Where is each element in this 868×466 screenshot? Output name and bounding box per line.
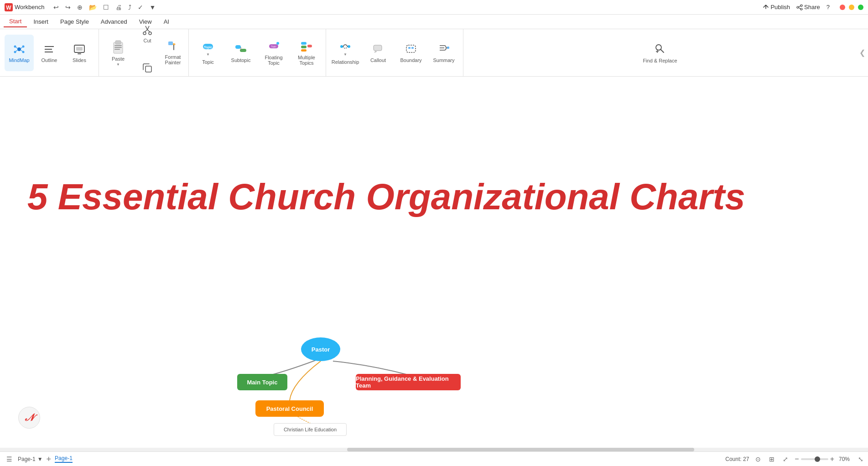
menu-insert[interactable]: Insert [28, 16, 54, 27]
copy-icon [142, 62, 153, 73]
zoom-out-btn[interactable]: − [795, 455, 799, 463]
publish-button[interactable]: Publish [763, 4, 790, 10]
undo-btn[interactable]: ↩ [51, 2, 61, 12]
svg-rect-45 [301, 46, 307, 48]
christian-life-node[interactable]: Christian Life Education [274, 423, 347, 436]
export-btn[interactable]: ⤴ [126, 2, 134, 12]
menu-start[interactable]: Start [4, 16, 27, 27]
print-btn[interactable]: 🖨 [113, 2, 124, 12]
svg-point-9 [14, 51, 16, 53]
svg-line-6 [799, 8, 800, 9]
boundary-btn[interactable]: Boundary [395, 34, 427, 72]
fullscreen-btn[interactable]: ⤢ [781, 455, 790, 464]
new-btn[interactable]: ⊕ [75, 2, 85, 12]
slides-view-btn[interactable]: Slides [65, 35, 94, 71]
check-btn[interactable]: ✓ [135, 2, 146, 12]
main-topic-node[interactable]: Main Topic [237, 374, 287, 390]
close-window-btn[interactable] [840, 5, 845, 10]
callout-btn[interactable]: Callout [362, 34, 395, 72]
fit-page-btn[interactable]: ⊙ [754, 455, 763, 464]
app-logo: W Workbench [5, 3, 45, 11]
zoom-slider[interactable] [801, 458, 828, 460]
checkbox-btn[interactable]: ☐ [101, 2, 111, 12]
window-controls [840, 5, 863, 10]
svg-line-14 [21, 47, 22, 48]
svg-rect-21 [78, 53, 81, 54]
svg-point-28 [149, 32, 151, 35]
svg-rect-53 [411, 47, 414, 49]
app-icon: W [5, 3, 13, 11]
zoom-controls: − + [795, 455, 834, 463]
help-button[interactable]: ? [826, 4, 830, 10]
more-btn[interactable]: ▼ [147, 2, 158, 12]
count-label: Count: 27 [725, 456, 749, 462]
active-page-tab[interactable]: Page-1 [55, 455, 73, 463]
format-painter-btn[interactable]: Format Painter [160, 34, 186, 72]
slides-icon [73, 43, 86, 56]
collapse-panel-btn[interactable]: ❮ [857, 29, 868, 76]
svg-point-2 [800, 5, 802, 6]
page-1-dropdown[interactable]: Page-1 ▼ [18, 456, 43, 462]
subtopic-icon [235, 43, 247, 55]
svg-point-8 [14, 45, 16, 47]
relationship-icon [339, 41, 351, 52]
expand-btn[interactable]: ⤡ [858, 456, 863, 463]
multiple-topics-btn[interactable]: Multiple Topics [290, 34, 323, 72]
grid-view-btn[interactable]: ⊞ [767, 455, 776, 464]
collapse-icon: ❮ [859, 48, 865, 57]
mindmap-view-btn[interactable]: MindMap [5, 35, 34, 71]
open-btn[interactable]: 📂 [87, 2, 99, 12]
find-replace-section: Find & Replace [636, 29, 683, 76]
svg-line-31 [146, 26, 147, 30]
cut-icon [142, 24, 153, 35]
canvas-scrollbar[interactable] [0, 448, 868, 451]
svg-line-15 [21, 50, 22, 52]
pastor-node[interactable]: Pastor [301, 337, 340, 361]
n-logo[interactable]: 𝒩 [18, 407, 40, 429]
zoom-in-btn[interactable]: + [830, 455, 834, 463]
svg-text:Topic: Topic [204, 46, 212, 49]
paste-btn[interactable]: Paste ▼ [102, 34, 135, 72]
svg-point-3 [800, 8, 802, 10]
svg-line-30 [147, 30, 150, 32]
planning-node[interactable]: Planning, Guidance & Evaluation Team [356, 374, 461, 390]
svg-point-10 [22, 45, 25, 47]
relationship-btn[interactable]: ▼ Relationship [329, 34, 362, 72]
cut-btn[interactable]: Cut [135, 15, 160, 53]
minimize-window-btn[interactable] [849, 5, 854, 10]
svg-line-29 [145, 30, 147, 32]
share-button[interactable]: Share [796, 4, 820, 10]
menu-page-style[interactable]: Page Style [55, 16, 94, 27]
find-replace-btn[interactable]: Find & Replace [639, 34, 681, 72]
format-painter-icon [167, 41, 178, 52]
floating-topic-btn[interactable]: Topic Floating Topic [257, 34, 290, 72]
panel-toggle-btn[interactable]: ☰ [5, 455, 14, 464]
svg-rect-52 [408, 47, 411, 49]
subtopic-btn[interactable]: Subtopic [224, 34, 257, 72]
clipboard-section: Paste ▼ Cut Co [99, 29, 189, 76]
publish-icon [763, 4, 769, 10]
svg-rect-20 [76, 47, 83, 51]
relationship-section: ▼ Relationship Callout Boundary [326, 29, 463, 76]
menu-advanced[interactable]: Advanced [95, 16, 133, 27]
mindmap-icon [13, 43, 26, 56]
svg-rect-50 [374, 45, 382, 51]
menu-ai[interactable]: AI [158, 16, 175, 27]
canvas-scrollbar-thumb [347, 448, 694, 451]
topic-btn[interactable]: Topic ▼ Topic [192, 34, 224, 72]
relationship-dropdown-arrow: ▼ [343, 52, 347, 57]
svg-rect-33 [146, 66, 151, 72]
summary-btn[interactable]: Summary [427, 34, 460, 72]
add-page-btn[interactable]: + [47, 455, 52, 463]
find-replace-icon [654, 42, 666, 55]
outline-view-btn[interactable]: Outline [35, 35, 64, 71]
title-bar-right: Publish Share ? [763, 4, 863, 10]
svg-line-32 [147, 26, 149, 30]
paste-icon [111, 39, 125, 55]
pastoral-council-node[interactable]: Pastoral Council [255, 400, 324, 417]
svg-rect-24 [114, 45, 122, 46]
svg-rect-47 [307, 45, 312, 47]
redo-btn[interactable]: ↪ [63, 2, 73, 12]
svg-rect-26 [114, 49, 120, 50]
maximize-window-btn[interactable] [858, 5, 863, 10]
